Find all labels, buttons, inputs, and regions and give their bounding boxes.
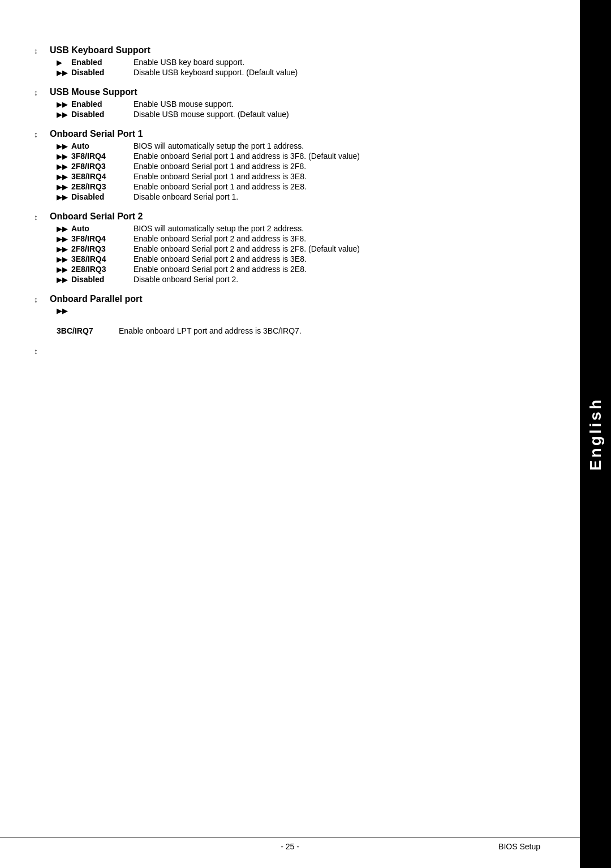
option-row: ▶▶ Disabled Disable onboard Serial port … (57, 275, 532, 284)
option-key: 2F8/IRQ3 (71, 162, 134, 171)
option-key: 3F8/IRQ4 (71, 234, 134, 243)
bullet-icon: ▶▶ (57, 100, 68, 109)
option-key: Disabled (71, 275, 134, 284)
bullet-icon: ▶▶ (57, 110, 68, 119)
option-desc: Enable onboard Serial port 1 and address… (134, 162, 532, 171)
section-serial-port-1: ↕ Onboard Serial Port 1 ▶▶ Auto BIOS wil… (34, 129, 532, 201)
option-desc: Enable onboard LPT port and address is 3… (119, 326, 532, 335)
section-icon-serial-1: ↕ (34, 130, 45, 139)
option-key: Auto (71, 141, 134, 150)
section-icon-usb-mouse: ↕ (34, 88, 45, 97)
footer-page-number: - 25 - (34, 842, 546, 851)
option-key: 2E8/IRQ3 (71, 182, 134, 191)
bullet-icon: ▶▶ (57, 172, 68, 181)
option-desc: Disable onboard Serial port 1. (134, 192, 532, 201)
option-desc: BIOS will automatically setup the port 2… (134, 224, 532, 233)
bullet-icon: ▶▶ (57, 265, 68, 274)
bullet-icon: ▶▶ (57, 235, 68, 243)
bullet-icon: ▶▶ (57, 183, 68, 191)
option-desc: Enable onboard Serial port 1 and address… (134, 172, 532, 181)
bullet-icon: ▶▶ (57, 255, 68, 264)
option-desc: Enable onboard Serial port 2 and address… (134, 244, 532, 253)
option-row: ▶▶ 3F8/IRQ4 Enable onboard Serial port 2… (57, 234, 532, 243)
section-header-parallel: ↕ Onboard Parallel port (34, 294, 532, 304)
options-usb-keyboard: ▶ Enabled Enable USB key board support. … (57, 58, 532, 77)
option-key: 2F8/IRQ3 (71, 244, 134, 253)
bullet-icon: ▶▶ (57, 245, 68, 253)
section-title-parallel: Onboard Parallel port (50, 294, 143, 304)
section-header-serial-1: ↕ Onboard Serial Port 1 (34, 129, 532, 139)
option-row: ▶▶ 2E8/IRQ3 Enable onboard Serial port 2… (57, 265, 532, 274)
option-row: ▶ Enabled Enable USB key board support. (57, 58, 532, 67)
option-key: 3F8/IRQ4 (71, 152, 134, 161)
bullet-icon: ▶▶ (57, 193, 68, 201)
options-serial-2: ▶▶ Auto BIOS will automatically setup th… (57, 224, 532, 284)
option-key: Enabled (71, 100, 134, 109)
option-key: Enabled (71, 58, 134, 67)
option-row: ▶▶ Disabled Disable USB mouse support. (… (57, 110, 532, 119)
option-key: Disabled (71, 192, 134, 201)
option-row: ▶▶ 2F8/IRQ3 Enable onboard Serial port 1… (57, 162, 532, 171)
content-area: ↕ USB Keyboard Support ▶ Enabled Enable … (34, 34, 532, 356)
option-desc: BIOS will automatically setup the port 1… (134, 141, 532, 150)
option-key: 3BC/IRQ7 (57, 326, 119, 335)
sidebar-english: English (580, 0, 611, 868)
option-row: ▶▶ Auto BIOS will automatically setup th… (57, 224, 532, 233)
parallel-spacer (57, 316, 532, 326)
section-icon-serial-2: ↕ (34, 213, 45, 222)
option-row: ▶▶ 3F8/IRQ4 Enable onboard Serial port 1… (57, 152, 532, 161)
section-parallel-port: ↕ Onboard Parallel port ▶▶ 3BC/IRQ7 Enab… (34, 294, 532, 335)
option-key: Auto (71, 224, 134, 233)
footer-bios-setup: BIOS Setup (498, 842, 540, 851)
bullet-icon: ▶ (57, 58, 68, 67)
options-serial-1: ▶▶ Auto BIOS will automatically setup th… (57, 141, 532, 201)
option-row: ▶▶ 2F8/IRQ3 Enable onboard Serial port 2… (57, 244, 532, 253)
lone-section-icon: ↕ (34, 347, 45, 356)
bullet-icon: ▶▶ (57, 306, 68, 315)
option-row: ▶▶ 2E8/IRQ3 Enable onboard Serial port 1… (57, 182, 532, 191)
option-desc: Disable onboard Serial port 2. (134, 275, 532, 284)
section-icon-usb-keyboard: ↕ (34, 46, 45, 55)
option-desc: Enable onboard Serial port 2 and address… (134, 254, 532, 264)
option-key: 2E8/IRQ3 (71, 265, 134, 274)
page-footer: - 25 - BIOS Setup (0, 837, 580, 851)
section-title-usb-mouse: USB Mouse Support (50, 87, 137, 97)
section-title-serial-1: Onboard Serial Port 1 (50, 129, 143, 139)
option-desc: Enable onboard Serial port 2 and address… (134, 265, 532, 274)
option-desc: Enable USB mouse support. (134, 100, 532, 109)
option-key: 3E8/IRQ4 (71, 172, 134, 181)
option-key: Disabled (71, 110, 134, 119)
sidebar-label: English (587, 398, 605, 470)
bullet-icon: ▶▶ (57, 142, 68, 150)
section-title-usb-keyboard: USB Keyboard Support (50, 45, 150, 55)
option-desc: Enable onboard Serial port 1 and address… (134, 152, 532, 161)
section-usb-mouse: ↕ USB Mouse Support ▶▶ Enabled Enable US… (34, 87, 532, 119)
section-header-usb-keyboard: ↕ USB Keyboard Support (34, 45, 532, 55)
section-header-usb-mouse: ↕ USB Mouse Support (34, 87, 532, 97)
option-desc: Disable USB mouse support. (Default valu… (134, 110, 532, 119)
options-usb-mouse: ▶▶ Enabled Enable USB mouse support. ▶▶ … (57, 100, 532, 119)
option-row: ▶▶ Enabled Enable USB mouse support. (57, 100, 532, 109)
bullet-icon: ▶▶ (57, 224, 68, 233)
lone-icon: ↕ (34, 346, 532, 356)
option-desc: Disable USB keyboard support. (Default v… (134, 68, 532, 77)
bullet-icon: ▶▶ (57, 162, 68, 171)
bullet-icon: ▶▶ (57, 152, 68, 161)
parallel-bullet-row: ▶▶ (57, 306, 532, 315)
bullet-icon: ▶▶ (57, 275, 68, 284)
option-desc: Enable onboard Serial port 1 and address… (134, 182, 532, 191)
option-row: ▶▶ Auto BIOS will automatically setup th… (57, 141, 532, 150)
option-key: 3E8/IRQ4 (71, 254, 134, 264)
option-row: ▶▶ 3E8/IRQ4 Enable onboard Serial port 1… (57, 172, 532, 181)
option-row: ▶▶ Disabled Disable onboard Serial port … (57, 192, 532, 201)
option-desc: Enable onboard Serial port 2 and address… (134, 234, 532, 243)
option-key: Disabled (71, 68, 134, 77)
option-row: ▶▶ 3E8/IRQ4 Enable onboard Serial port 2… (57, 254, 532, 264)
page-container: English ↕ USB Keyboard Support ▶ Enabled… (0, 0, 611, 868)
section-header-serial-2: ↕ Onboard Serial Port 2 (34, 211, 532, 222)
option-row: ▶▶ Disabled Disable USB keyboard support… (57, 68, 532, 77)
option-desc: Enable USB key board support. (134, 58, 532, 67)
section-usb-keyboard: ↕ USB Keyboard Support ▶ Enabled Enable … (34, 45, 532, 77)
section-title-serial-2: Onboard Serial Port 2 (50, 211, 143, 222)
section-serial-port-2: ↕ Onboard Serial Port 2 ▶▶ Auto BIOS wil… (34, 211, 532, 284)
